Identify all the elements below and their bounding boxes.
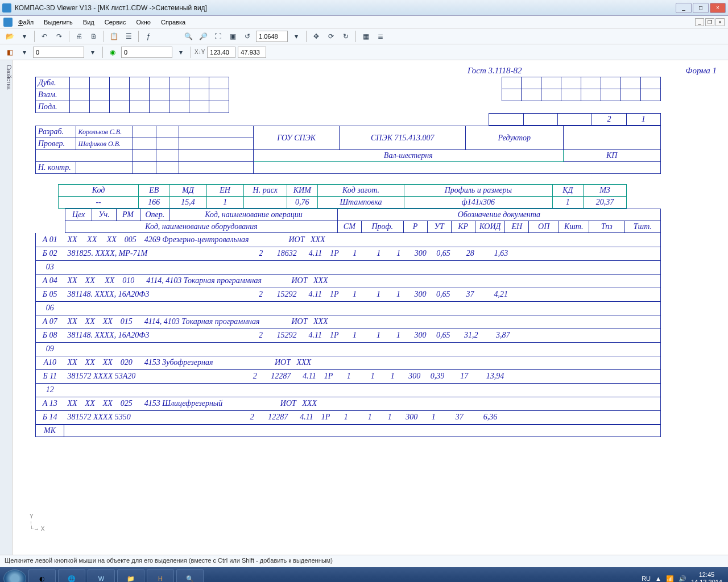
- open-icon[interactable]: 📂: [3, 30, 16, 43]
- axis-indicator: Y↑└→ X: [30, 513, 45, 532]
- nav-fwd-icon[interactable]: ↷: [53, 30, 65, 43]
- row-text: 381572 ХХХХ 5350 2 12287 4.11 1Р 1 1 1 3…: [64, 410, 661, 424]
- pan-icon[interactable]: ✥: [310, 30, 322, 43]
- state-icon[interactable]: ◉: [106, 46, 119, 59]
- props-icon[interactable]: ☰: [122, 30, 135, 43]
- form-label: Форма 1: [685, 66, 717, 76]
- layer-dd2-icon[interactable]: ▾: [86, 46, 99, 59]
- tray-flag-icon[interactable]: ▲: [655, 575, 661, 582]
- statusbar: Щелкните левой кнопкой мыши на объекте д…: [0, 555, 728, 567]
- rotate-icon[interactable]: ⟳: [325, 30, 337, 43]
- task-app[interactable]: H: [147, 569, 174, 582]
- zoom-prev-icon[interactable]: ↺: [241, 30, 254, 43]
- nav-back-icon[interactable]: ↶: [38, 30, 51, 43]
- row-num: Б 14: [36, 410, 64, 424]
- tray-lang[interactable]: RU: [642, 575, 651, 582]
- menu-select[interactable]: Выделить: [39, 18, 77, 27]
- side-panel-properties[interactable]: Свойства: [0, 60, 13, 555]
- row-num: Б 02: [36, 247, 64, 260]
- row-num: А 07: [36, 315, 64, 329]
- task-kompas[interactable]: 🔍: [176, 569, 204, 582]
- zoom-in-icon[interactable]: 🔍: [182, 30, 195, 43]
- zoom-fit-icon[interactable]: ▣: [226, 30, 239, 43]
- row-text: ХХ ХХ ХХ 025 4153 Шлицефрезерный ИОТ ХХХ: [64, 397, 661, 410]
- mk-footer: МК: [35, 425, 661, 437]
- start-button[interactable]: [3, 569, 26, 582]
- toolbar-2: ◧ ▾ ▾ ◉ ▾ X↓Y: [0, 44, 728, 60]
- row-text: [64, 260, 661, 274]
- tray-net-icon[interactable]: 📶: [666, 575, 674, 583]
- row-text: [64, 342, 661, 356]
- task-explorer[interactable]: 📁: [117, 569, 144, 582]
- row-num: А 04: [36, 274, 64, 288]
- coord-x-input[interactable]: [207, 47, 235, 58]
- layer-dd-icon[interactable]: ▾: [18, 46, 31, 59]
- task-chrome[interactable]: 🌐: [58, 569, 85, 582]
- row-num: 09: [36, 342, 64, 356]
- zoom-out-icon[interactable]: 🔎: [197, 30, 209, 43]
- close-button[interactable]: ×: [710, 3, 726, 13]
- op-subheader: ЦехУч.РМОпер. Код, наименование операции…: [35, 209, 661, 233]
- row-text: 381825. ХХХХ, МР-71М 2 18632 4.11 1Р 1 1…: [64, 247, 661, 260]
- stamp-top: Дубл. Взам. Подл.: [35, 77, 661, 113]
- row-num: 06: [36, 301, 64, 315]
- stamp-main: Разраб.Корольков С.В. ГОУ СПЭК СПЭК 715.…: [35, 126, 661, 174]
- layers-icon[interactable]: ≣: [374, 30, 387, 43]
- menu-file[interactable]: Файл: [14, 18, 38, 27]
- row-num: А 01: [36, 233, 64, 247]
- row-num: 03: [36, 260, 64, 274]
- row-text: 381148. ХХХХ, 16А20Ф3 2 15292 4.11 1Р 1 …: [64, 288, 661, 301]
- print-icon[interactable]: 🖨: [73, 30, 85, 43]
- row-text: ХХ ХХ ХХ 015 4114, 4103 Токарная програм…: [64, 315, 661, 329]
- task-word[interactable]: W: [88, 569, 115, 582]
- menu-view[interactable]: Вид: [78, 18, 99, 27]
- grid-icon[interactable]: ▦: [359, 30, 372, 43]
- zoom-dd-icon[interactable]: ▾: [290, 30, 303, 43]
- minimize-button[interactable]: _: [676, 3, 692, 13]
- window-title: КОМПАС-3D Viewer V13 - [МК лист1.CDW ->С…: [15, 4, 676, 12]
- redraw-icon[interactable]: ↻: [340, 30, 352, 43]
- menu-help[interactable]: Справка: [156, 18, 190, 27]
- mdi-close-button[interactable]: ×: [715, 18, 725, 26]
- mdi-min-button[interactable]: _: [695, 18, 704, 26]
- gost-label: Гост 3.1118-82: [468, 66, 522, 76]
- row-num: 12: [36, 383, 64, 397]
- mdi-restore-button[interactable]: ❐: [705, 18, 714, 26]
- task-item[interactable]: ◐: [28, 569, 56, 582]
- coord-y-input[interactable]: [238, 47, 266, 58]
- zoom-window-icon[interactable]: ⛶: [212, 30, 224, 43]
- row-text: [64, 301, 661, 315]
- app-icon: [2, 3, 11, 13]
- menubar: Файл Выделить Вид Сервис Окно Справка _ …: [0, 16, 728, 28]
- doc-icon: [3, 18, 13, 27]
- row-num: Б 11: [36, 369, 64, 383]
- state-input[interactable]: [121, 47, 172, 58]
- save-icon[interactable]: ▾: [18, 30, 31, 43]
- row-num: А10: [36, 356, 64, 369]
- material-header: Код ЕВ МД ЕН Н. расх КИМ Код загот. Проф…: [58, 184, 627, 209]
- layer-icon[interactable]: ◧: [3, 46, 16, 59]
- copy-icon[interactable]: 📋: [107, 30, 120, 43]
- menu-service[interactable]: Сервис: [100, 18, 131, 27]
- zoom-input[interactable]: [256, 31, 288, 42]
- drawing-canvas[interactable]: Гост 3.1118-82 Форма 1 Дубл. Взам. Подл.…: [13, 60, 728, 555]
- row-text: ХХ ХХ ХХ 020 4153 Зубофрезерная ИОТ ХХХ: [64, 356, 661, 369]
- row-num: Б 05: [36, 288, 64, 301]
- row-text: 381148. ХХХХ, 16А20Ф3 2 15292 4.11 1Р 1 …: [64, 329, 661, 342]
- operation-rows: А 01ХХ ХХ ХХ 005 4269 Фрезерно-центровал…: [35, 233, 661, 425]
- preview-icon[interactable]: 🗎: [88, 30, 100, 43]
- row-num: Б 08: [36, 329, 64, 342]
- titlebar: КОМПАС-3D Viewer V13 - [МК лист1.CDW ->С…: [0, 0, 728, 16]
- row-text: ХХ ХХ ХХ 005 4269 Фрезерно-центровальная…: [64, 233, 661, 247]
- tray-clock[interactable]: 12:4514.12.2014: [691, 571, 722, 582]
- xy-label: X↓Y: [195, 49, 205, 55]
- menu-window[interactable]: Окно: [131, 18, 155, 27]
- stamp-pages: 21: [35, 113, 661, 126]
- layer-input[interactable]: [33, 47, 84, 58]
- vars-icon[interactable]: ƒ: [142, 30, 155, 43]
- state-dd-icon[interactable]: ▾: [175, 46, 187, 59]
- row-num: А 13: [36, 397, 64, 410]
- tray-vol-icon[interactable]: 🔊: [679, 575, 686, 583]
- row-text: ХХ ХХ ХХ 010 4114, 4103 Токарная програм…: [64, 274, 661, 288]
- maximize-button[interactable]: □: [693, 3, 709, 13]
